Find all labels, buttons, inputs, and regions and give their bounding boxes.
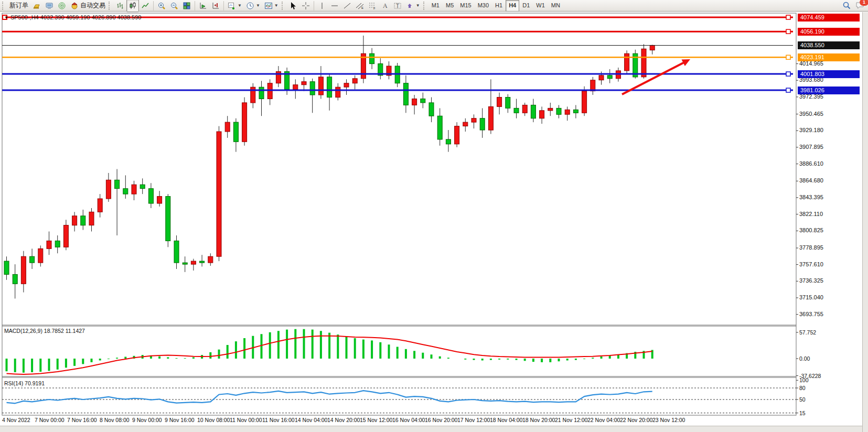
- horizontal-line-button[interactable]: [328, 0, 341, 12]
- candle-body: [446, 139, 451, 144]
- line-handle[interactable]: [786, 55, 790, 59]
- add-indicator-button[interactable]: ▼: [226, 0, 244, 12]
- window-edge-bottom: [0, 426, 862, 432]
- zoom-out-button[interactable]: [168, 0, 180, 12]
- candle-body: [412, 99, 417, 105]
- tab-timeframe-w1[interactable]: W1: [533, 0, 548, 12]
- arrows-button[interactable]: ▼: [404, 0, 422, 12]
- new-order-label: 新订单: [9, 1, 28, 10]
- periods-button[interactable]: ▼: [244, 0, 262, 12]
- candle-body: [582, 91, 587, 113]
- vertical-line-icon: [318, 2, 326, 10]
- search-icon: [842, 1, 851, 10]
- candle-body: [157, 197, 162, 203]
- candle-body: [140, 185, 145, 188]
- chart-svg[interactable]: [0, 12, 868, 432]
- text-button[interactable]: A: [379, 0, 391, 12]
- vertical-line-button[interactable]: [316, 0, 328, 12]
- autotrade-button[interactable]: 自动交易: [68, 0, 108, 12]
- candle-body: [327, 77, 332, 98]
- line-handle[interactable]: [786, 88, 790, 92]
- templates-button[interactable]: ▼: [262, 0, 281, 12]
- trendline-icon: [343, 2, 351, 10]
- trendline-button[interactable]: [341, 0, 353, 12]
- chart-canvas[interactable]: [0, 12, 868, 432]
- candlestick-chart-button[interactable]: [126, 0, 139, 12]
- tab-timeframe-m30[interactable]: M30: [475, 0, 492, 12]
- tab-timeframe-d1[interactable]: D1: [519, 0, 533, 12]
- time-axis-label: 7 Nov 16:00: [67, 417, 97, 423]
- candle-body: [38, 249, 43, 263]
- candle-body: [191, 261, 196, 264]
- tile-windows-icon: [183, 2, 191, 10]
- candle-body: [429, 103, 434, 116]
- toolbar-grip[interactable]: [423, 2, 427, 10]
- price-line-badge: 4001.803: [798, 70, 860, 78]
- terminal-button[interactable]: [43, 0, 56, 12]
- tab-timeframe-h4[interactable]: H4: [506, 0, 519, 12]
- chart-shift-button[interactable]: [209, 0, 222, 12]
- tab-timeframe-m15[interactable]: M15: [457, 0, 474, 12]
- candle-body: [522, 105, 527, 113]
- candle-body: [437, 116, 442, 139]
- toolbar-grip[interactable]: [282, 2, 286, 10]
- crosshair-button[interactable]: [299, 0, 312, 12]
- channel-button[interactable]: E: [353, 0, 366, 12]
- symbol-header: ▼ SP500-,H4 4032.390 4059.190 4026.890 4…: [4, 14, 141, 20]
- candle-body: [607, 75, 612, 79]
- rsi-scale-label: 15: [799, 410, 806, 416]
- price-tick-label: 3864.680: [799, 177, 823, 183]
- rsi-scale-label: 100: [799, 377, 809, 383]
- autotrade-icon: [70, 2, 79, 10]
- toolbar-grip[interactable]: [109, 2, 113, 10]
- symbol-ohlc-text: SP500-,H4 4032.390 4059.190 4026.890 403…: [10, 14, 142, 20]
- time-axis-label: 11 Nov 00:00: [230, 417, 262, 423]
- time-axis-label: 17 Nov 12:00: [457, 417, 490, 423]
- tab-timeframe-m5[interactable]: M5: [443, 0, 457, 12]
- line-handle[interactable]: [786, 29, 790, 34]
- cursor-arrow-icon: [289, 2, 297, 10]
- candlestick-chart-icon: [128, 2, 137, 10]
- line-handle[interactable]: [786, 72, 790, 76]
- signal-button[interactable]: [56, 0, 68, 12]
- signal-icon: [58, 2, 66, 10]
- time-axis-label: 21 Nov 12:00: [555, 417, 587, 423]
- time-axis-label: 9 Nov 00:00: [132, 417, 162, 423]
- tile-windows-button[interactable]: [180, 0, 193, 12]
- gold-bar-button[interactable]: [30, 0, 43, 12]
- tab-timeframe-h1[interactable]: H1: [492, 0, 506, 12]
- svg-text:A: A: [383, 2, 388, 9]
- bar-chart-button[interactable]: [114, 0, 126, 12]
- time-axis-label: 14 Nov 20:00: [327, 417, 360, 423]
- candle-body: [403, 83, 408, 105]
- notification-badge[interactable]: 1: [860, 0, 868, 6]
- candle-body: [336, 87, 340, 97]
- new-order-button[interactable]: 新订单: [7, 0, 30, 12]
- time-axis-label: 10 Nov 08:00: [197, 417, 230, 423]
- price-tick-label: 3843.395: [799, 194, 823, 200]
- fibonacci-button[interactable]: F: [366, 0, 379, 12]
- gold-ingot-icon: [33, 2, 41, 10]
- chart-window[interactable]: ▼ SP500-,H4 4032.390 4059.190 4026.890 4…: [0, 12, 868, 432]
- zoom-in-button[interactable]: [155, 0, 168, 12]
- candle-body: [174, 241, 179, 263]
- candle-body: [488, 106, 493, 130]
- candle-body: [599, 75, 604, 80]
- time-axis-label: 16 Nov 04:00: [392, 417, 425, 423]
- line-chart-button[interactable]: [139, 0, 152, 12]
- cursor-button[interactable]: [287, 0, 299, 12]
- auto-scroll-button[interactable]: [197, 0, 209, 12]
- search-button[interactable]: [840, 0, 853, 12]
- fibonacci-icon: F: [368, 2, 377, 10]
- toolbar-grip[interactable]: [2, 2, 6, 10]
- chat-button[interactable]: 1: [853, 0, 867, 12]
- tab-timeframe-m1[interactable]: M1: [428, 0, 443, 12]
- text-label-button[interactable]: T: [391, 0, 404, 12]
- line-handle[interactable]: [786, 15, 790, 19]
- price-tick-label: 3715.040: [799, 294, 823, 300]
- tab-timeframe-mn[interactable]: MN: [548, 0, 563, 12]
- terminal-icon: [45, 2, 53, 10]
- candle-body: [455, 126, 459, 144]
- toolbar-separator: [223, 1, 224, 10]
- candle-body: [30, 256, 35, 263]
